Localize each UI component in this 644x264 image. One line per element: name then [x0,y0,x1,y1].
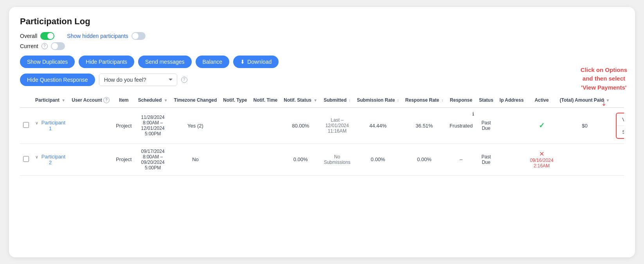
row1-ip [496,108,527,144]
row1-checkbox[interactable] [23,122,29,128]
col-options: Options [613,93,624,108]
download-button[interactable]: ⬇ Download [233,56,279,68]
balance-button[interactable]: Balance [196,56,230,68]
col-item: Item [113,93,135,108]
row2-response-rate: 0.00% [402,144,446,175]
send-message-option[interactable]: Send Message [617,126,624,138]
row1-submitted: Last – 12/01/2024 11:16AM [320,108,354,144]
row2-notif-time [250,144,281,175]
download-icon: ⬇ [240,59,245,65]
show-hidden-toggle-group: Show hidden participants [67,32,145,40]
row1-user-account [68,108,113,144]
table-wrapper: Participant ▼ User Account ? Item Schedu… [20,93,624,176]
table-header-row: Participant ▼ User Account ? Item Schedu… [20,93,624,108]
row2-participant-link[interactable]: Participant 2 [41,154,65,165]
hide-question-response-button[interactable]: Hide Question Response [20,74,95,86]
row1-active: ✓ [527,108,556,144]
row2-checkbox[interactable] [23,156,29,162]
question-dropdown[interactable]: How do you feel? [99,74,177,86]
col-user-account: User Account ? [68,93,113,108]
row1-participant-link[interactable]: Participant 1 [41,120,65,131]
buttons-row: Show Duplicates Hide Participants Send m… [20,56,624,68]
current-toggle-row: Current ? [20,42,624,50]
row2-submitted: No Submissions [320,144,354,175]
row1-notif-type [220,108,250,144]
row2-timezone: No [171,144,220,175]
row2-response: – [446,144,476,175]
row1-response-rate: 36.51% [402,108,446,144]
row2-submission-rate: 0.00% [354,144,402,175]
row1-options: View Payments Send Message [613,108,624,144]
overall-toggle[interactable] [40,32,54,40]
row1-timezone: Yes (2) [171,108,220,144]
table-row: ∨ Participant 1 Project 11/28/2024 8:00A… [20,108,624,144]
row1-submission-rate: 44.44% [354,108,402,144]
row2-active-date: 09/16/20242:16AM [530,158,553,169]
row1-status: Past Due [476,108,496,144]
show-hidden-toggle[interactable] [131,32,146,40]
row1-options-wrapper: View Payments Send Message [616,113,624,139]
col-checkbox [20,93,32,108]
row2-participant: ∨ Participant 2 [32,144,68,175]
col-timezone: Timezone Changed [171,93,220,108]
col-notif-status: Notif. Status ▼ [281,93,320,108]
row1-options-dropdown: View Payments Send Message [616,113,624,139]
row2-active-cross: ✕ [539,151,544,157]
annotation-text: Click on Optionsand then select'View Pay… [581,66,627,92]
row1-notif-time [250,108,281,144]
hide-participants-button[interactable]: Hide Participants [79,56,134,68]
row1-notif-status: 80.00% [281,108,320,144]
row1-amount: $0 [556,108,613,144]
toggles-row: Overall Show hidden participants [20,32,624,40]
row2-options [613,144,624,175]
row2-notif-type [220,144,250,175]
col-ip: Ip Address [496,93,527,108]
show-hidden-label: Show hidden participants [67,33,128,39]
row1-scheduled: 11/28/2024 8:00AM –12/01/2024 5:00PM [135,108,171,144]
row2-scheduled: 09/17/2024 8:00AM –09/20/2024 5:00PM [135,144,171,175]
col-submission-rate: Submission Rate ↕ [354,93,402,108]
row1-participant: ∨ Participant 1 [32,108,68,144]
row2-status: Past Due [476,144,496,175]
current-label: Current [20,43,38,49]
row2-checkbox-cell [20,144,32,175]
col-scheduled: Scheduled ▼ [135,93,171,108]
table-row: ∨ Participant 2 Project 09/17/2024 8:00A… [20,144,624,175]
col-participant: Participant ▼ [32,93,68,108]
filter-row: Hide Question Response How do you feel? … [20,74,624,86]
row1-item: Project [113,108,135,144]
row1-expand-icon[interactable]: ∨ [35,120,38,125]
participation-table: Participant ▼ User Account ? Item Schedu… [20,93,624,176]
main-card: Participation Log Overall Show hidden pa… [9,7,635,257]
row2-options-wrapper [616,156,624,163]
col-response: Response [446,93,476,108]
col-status: Status [476,93,496,108]
row2-amount [556,144,613,175]
send-messages-button[interactable]: Send messages [138,56,191,68]
col-active: Active [527,93,556,108]
overall-toggle-group: Overall [20,32,54,40]
row2-user-account [68,144,113,175]
col-submitted: Submitted ↕ [320,93,354,108]
col-notif-time: Notif. Time [250,93,281,108]
row1-active-check: ✓ [539,122,545,129]
col-amount: (Total) Amount Paid ▼ [556,93,613,108]
row2-ip [496,144,527,175]
row1-info-icon: ℹ [472,111,474,117]
question-help-icon[interactable]: ? [181,77,187,83]
row1-checkbox-cell [20,108,32,144]
row2-notif-status: 0.00% [281,144,320,175]
overall-label: Overall [20,33,37,39]
row1-response: ℹ Frustrated [446,108,476,144]
current-toggle[interactable] [51,42,65,50]
row2-item: Project [113,144,135,175]
row2-expand-icon[interactable]: ∨ [35,154,38,159]
col-notif-type: Notif. Type [220,93,250,108]
show-duplicates-button[interactable]: Show Duplicates [20,56,75,68]
user-account-help-icon[interactable]: ? [103,97,110,103]
view-payments-option[interactable]: View Payments [617,113,624,126]
row2-active: ✕ 09/16/20242:16AM [527,144,556,175]
col-response-rate: Response Rate ↕ [402,93,446,108]
page-title: Participation Log [20,16,624,27]
current-help-icon[interactable]: ? [41,43,48,49]
